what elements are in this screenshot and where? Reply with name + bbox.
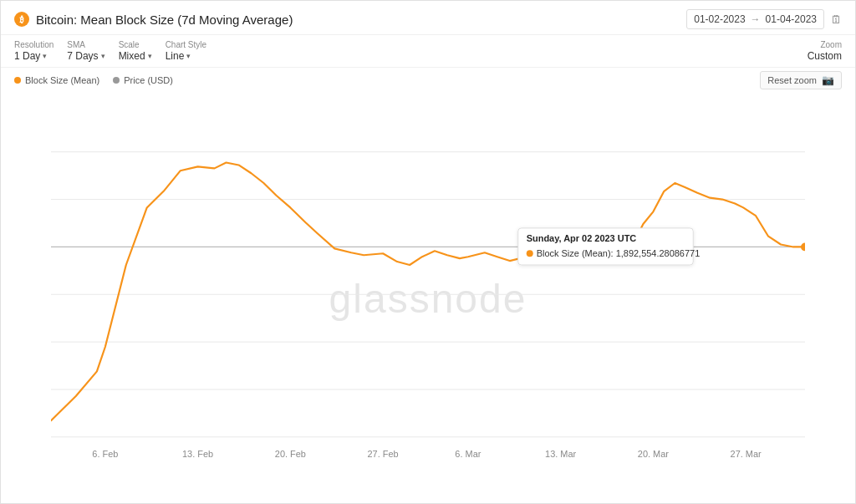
resolution-select[interactable]: 1 Day ▾: [14, 50, 54, 62]
date-arrow: →: [751, 13, 761, 25]
svg-text:27. Mar: 27. Mar: [731, 449, 762, 459]
tooltip-group: Sunday, Apr 02 2023 UTC Block Size (Mean…: [518, 228, 700, 265]
svg-text:13. Mar: 13. Mar: [545, 449, 577, 459]
svg-text:6. Feb: 6. Feb: [92, 449, 118, 459]
sma-value: 7 Days: [67, 50, 98, 62]
header-row: ₿ Bitcoin: Mean Block Size (7d Moving Av…: [1, 1, 855, 35]
resolution-chevron: ▾: [43, 52, 47, 60]
legend-items: Block Size (Mean) Price (USD): [14, 75, 173, 85]
sma-label: SMA: [67, 40, 104, 49]
chart-style-select[interactable]: Line ▾: [166, 50, 206, 62]
endpoint-dot: [801, 243, 805, 252]
title-text: Bitcoin: Mean Block Size (7d Moving Aver…: [36, 13, 293, 27]
chart-style-value: Line: [166, 50, 185, 62]
svg-text:27. Feb: 27. Feb: [368, 449, 399, 459]
calendar-icon[interactable]: 🗓: [831, 13, 842, 26]
legend-dot-gray: [113, 77, 120, 84]
svg-text:6. Mar: 6. Mar: [455, 449, 481, 459]
bitcoin-icon: ₿: [14, 12, 29, 27]
legend-price-label: Price (USD): [124, 75, 173, 85]
scale-group: Scale Mixed ▾: [119, 40, 152, 62]
resolution-value: 1 Day: [14, 50, 40, 62]
chart-line: [51, 163, 805, 421]
date-end: 01-04-2023: [766, 13, 817, 25]
legend-price: Price (USD): [113, 75, 173, 85]
chart-svg: 1.1M 1.3M 1.5M 1.7M 1.9M 2.1M 2.3M 6. Fe…: [51, 101, 805, 470]
svg-text:20. Mar: 20. Mar: [638, 449, 670, 459]
scale-value: Mixed: [119, 50, 145, 62]
date-range[interactable]: 01-02-2023 → 01-04-2023: [686, 9, 824, 29]
camera-icon: 📷: [822, 74, 834, 86]
resolution-label: Resolution: [14, 40, 54, 49]
scale-select[interactable]: Mixed ▾: [119, 50, 152, 62]
svg-text:13. Feb: 13. Feb: [182, 449, 213, 459]
svg-text:20. Feb: 20. Feb: [275, 449, 306, 459]
sma-chevron: ▾: [101, 52, 105, 60]
scale-label: Scale: [119, 40, 152, 49]
chart-container: ₿ Bitcoin: Mean Block Size (7d Moving Av…: [0, 0, 856, 504]
resolution-group: Resolution 1 Day ▾: [14, 40, 54, 62]
svg-text:Block Size (Mean): 1,892,554.2: Block Size (Mean): 1,892,554.28086771: [537, 248, 701, 258]
reset-zoom-label: Reset zoom: [767, 75, 817, 85]
legend-block-size: Block Size (Mean): [14, 75, 99, 85]
zoom-label: Zoom: [820, 40, 842, 49]
legend-row: Block Size (Mean) Price (USD) Reset zoom…: [1, 68, 855, 93]
scale-chevron: ▾: [148, 52, 152, 60]
zoom-value: Custom: [808, 50, 842, 62]
chart-area: glassnode 1.1M 1.3M 1.5M 1.7M 1.9M 2.1M …: [1, 93, 855, 503]
chart-style-chevron: ▾: [186, 52, 191, 60]
chart-style-label: Chart Style: [166, 40, 206, 49]
legend-block-size-label: Block Size (Mean): [25, 75, 99, 85]
date-start: 01-02-2023: [694, 13, 745, 25]
zoom-group: Zoom Custom: [808, 40, 842, 62]
controls-row: Resolution 1 Day ▾ SMA 7 Days ▾ Scale Mi…: [1, 35, 855, 68]
reset-zoom-button[interactable]: Reset zoom 📷: [760, 71, 842, 89]
date-range-container: 01-02-2023 → 01-04-2023 🗓: [686, 9, 842, 29]
legend-dot-orange: [14, 77, 21, 84]
sma-select[interactable]: 7 Days ▾: [67, 50, 104, 62]
chart-style-group: Chart Style Line ▾: [166, 40, 206, 62]
svg-text:Sunday, Apr 02 2023 UTC: Sunday, Apr 02 2023 UTC: [527, 233, 637, 243]
sma-group: SMA 7 Days ▾: [67, 40, 104, 62]
chart-title: ₿ Bitcoin: Mean Block Size (7d Moving Av…: [14, 12, 293, 27]
svg-point-25: [527, 250, 533, 257]
